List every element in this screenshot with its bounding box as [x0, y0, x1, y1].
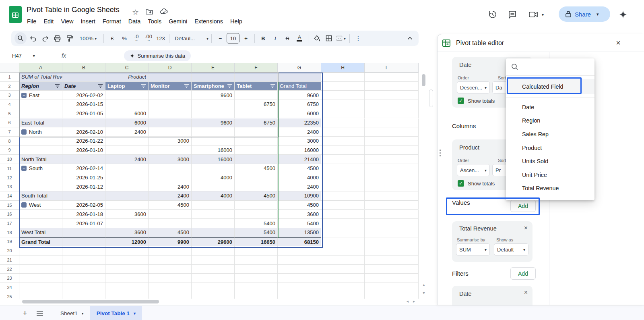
cell-F22[interactable]	[235, 265, 278, 274]
cell-D17[interactable]	[149, 219, 192, 228]
column-header-G[interactable]: G	[278, 63, 321, 73]
cell-H2[interactable]	[321, 82, 365, 91]
zoom-select[interactable]: 100% ▾	[76, 33, 101, 44]
cell-filler3[interactable]	[408, 91, 419, 100]
cell-G13[interactable]: 2400	[278, 182, 321, 191]
cell-A8[interactable]	[19, 137, 62, 146]
cell-B2[interactable]: Date	[62, 82, 105, 91]
cell-F16[interactable]	[235, 210, 278, 219]
comments-icon[interactable]	[508, 10, 517, 19]
cell-D6[interactable]	[149, 118, 192, 128]
show-totals-row[interactable]: ✓ Show totals	[458, 98, 495, 104]
cell-F20[interactable]	[235, 246, 278, 256]
cell-C9[interactable]	[105, 146, 149, 155]
cell-C13[interactable]	[105, 182, 149, 191]
select-all-corner[interactable]	[0, 63, 19, 73]
cell-C12[interactable]	[105, 173, 149, 183]
row-header[interactable]: 20	[0, 246, 19, 256]
cell-H13[interactable]	[321, 182, 365, 191]
cell-filler6[interactable]	[408, 118, 419, 128]
redo-icon[interactable]	[39, 33, 51, 44]
cell-E15[interactable]	[192, 201, 235, 210]
cell-H14[interactable]	[321, 191, 365, 201]
font-size-increase-button[interactable]: +	[240, 33, 252, 44]
row-header[interactable]: 25	[0, 292, 19, 299]
cell-I21[interactable]	[365, 256, 408, 265]
cell-G7[interactable]: 2400	[278, 127, 321, 137]
sheets-logo-icon[interactable]	[9, 6, 22, 23]
cell-H23[interactable]	[321, 274, 365, 283]
filter-icon[interactable]	[55, 84, 60, 88]
cell-D7[interactable]	[149, 127, 192, 137]
cell-C1[interactable]: Product	[105, 73, 149, 82]
cell-H16[interactable]	[321, 210, 365, 219]
cell-A17[interactable]	[19, 219, 62, 228]
cell-I8[interactable]	[365, 137, 408, 146]
dropdown-item-total-revenue[interactable]: Total Revenue	[506, 182, 594, 195]
cell-filler20[interactable]	[408, 246, 419, 256]
cell-filler5[interactable]	[408, 109, 419, 118]
cell-filler24[interactable]	[408, 283, 419, 292]
column-header-H[interactable]: H	[321, 63, 365, 73]
cell-H11[interactable]	[321, 164, 365, 173]
cell-G18[interactable]: 13500	[278, 228, 321, 237]
cell-D3[interactable]	[149, 91, 192, 100]
cell-filler11[interactable]	[408, 164, 419, 173]
cell-I4[interactable]	[365, 100, 408, 109]
cell-A23[interactable]	[19, 274, 62, 283]
cell-E5[interactable]	[192, 109, 235, 118]
cell-G9[interactable]: 16000	[278, 146, 321, 155]
summarise-by-select[interactable]: SUM ▾	[456, 243, 490, 256]
filter-icon[interactable]	[184, 84, 189, 88]
cell-A11[interactable]: −South	[19, 164, 62, 173]
sidebar-drag-dots-icon[interactable]	[440, 150, 441, 156]
cell-I1[interactable]	[365, 73, 408, 82]
cell-B1[interactable]	[62, 73, 105, 82]
cell-B12[interactable]: 2026-01-25	[62, 173, 105, 183]
horizontal-scrollbar[interactable]	[22, 300, 159, 303]
cell-F18[interactable]: 5400	[235, 228, 278, 237]
cell-D20[interactable]	[149, 246, 192, 256]
row-header[interactable]: 23	[0, 274, 19, 283]
cell-E24[interactable]	[192, 283, 235, 292]
menu-format[interactable]: Format	[99, 17, 125, 26]
filter-icon[interactable]	[270, 84, 275, 88]
font-select[interactable]: Defaul... ▾	[172, 33, 208, 44]
cell-E11[interactable]	[192, 164, 235, 173]
row-header[interactable]: 19	[0, 237, 19, 247]
cell-D24[interactable]	[149, 283, 192, 292]
cell-A21[interactable]	[19, 256, 62, 265]
cell-H20[interactable]	[321, 246, 365, 256]
all-sheets-icon[interactable]	[36, 310, 43, 316]
cell-G12[interactable]: 4000	[278, 173, 321, 183]
tab-sheet1[interactable]: Sheet1 ▾	[54, 306, 90, 320]
row-header[interactable]: 7	[0, 127, 19, 137]
cell-G6[interactable]: 22350	[278, 118, 321, 128]
column-header-I[interactable]: I	[365, 63, 408, 73]
cell-E23[interactable]	[192, 274, 235, 283]
cell-H4[interactable]	[321, 100, 365, 109]
cell-B9[interactable]: 2026-01-10	[62, 146, 105, 155]
cell-B13[interactable]: 2026-01-12	[62, 182, 105, 191]
cell-H10[interactable]	[321, 155, 365, 164]
filter-icon[interactable]	[227, 84, 232, 88]
cell-D23[interactable]	[149, 274, 192, 283]
sheet1-caret[interactable]: ▾	[82, 311, 84, 316]
filters-add-button[interactable]: Add	[510, 267, 536, 280]
cell-E18[interactable]	[192, 228, 235, 237]
cell-A4[interactable]	[19, 100, 62, 109]
sidebar-resize-handle[interactable]	[429, 89, 433, 107]
cell-filler15[interactable]	[408, 201, 419, 210]
decrease-decimal-button[interactable]: .0←	[131, 33, 142, 44]
cell-H15[interactable]	[321, 201, 365, 210]
cell-H12[interactable]	[321, 173, 365, 183]
cell-filler12[interactable]	[408, 173, 419, 183]
cell-F12[interactable]	[235, 173, 278, 183]
cell-I6[interactable]	[365, 118, 408, 128]
cell-D2[interactable]: Monitor	[149, 82, 192, 91]
merge-cells-button[interactable]: ▾	[335, 33, 347, 44]
summarise-data-button[interactable]: Summarise this data	[124, 50, 191, 61]
row-header[interactable]: 21	[0, 256, 19, 265]
cell-I23[interactable]	[365, 274, 408, 283]
column-header-B[interactable]: B	[62, 63, 105, 73]
